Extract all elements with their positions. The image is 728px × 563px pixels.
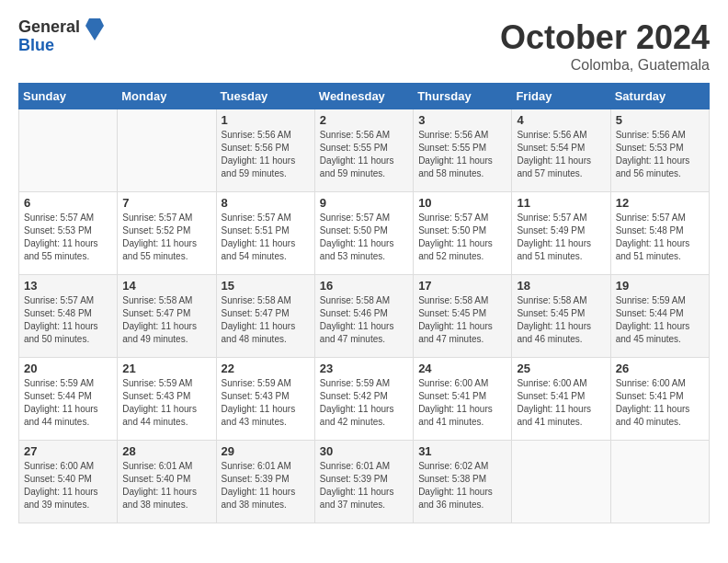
day-number: 11 [517, 196, 605, 210]
day-number: 17 [418, 279, 506, 293]
day-info: Sunrise: 6:02 AMSunset: 5:38 PMDaylight:… [418, 460, 506, 511]
day-info: Sunrise: 5:58 AMSunset: 5:47 PMDaylight:… [122, 294, 210, 346]
day-number: 24 [418, 362, 506, 375]
calendar-cell [512, 441, 610, 523]
calendar-cell: 16Sunrise: 5:58 AMSunset: 5:46 PMDayligh… [314, 275, 413, 358]
day-info: Sunrise: 5:57 AMSunset: 5:51 PMDaylight:… [222, 212, 310, 263]
header-wednesday: Wednesday [314, 84, 413, 109]
calendar-cell: 15Sunrise: 5:58 AMSunset: 5:47 PMDayligh… [216, 275, 314, 358]
calendar-week-5: 27Sunrise: 6:00 AMSunset: 5:40 PMDayligh… [19, 441, 710, 523]
calendar-week-4: 20Sunrise: 5:59 AMSunset: 5:44 PMDayligh… [19, 358, 710, 441]
calendar-table: SundayMondayTuesdayWednesdayThursdayFrid… [18, 83, 710, 523]
day-info: Sunrise: 5:59 AMSunset: 5:43 PMDaylight:… [122, 377, 210, 429]
day-info: Sunrise: 6:00 AMSunset: 5:41 PMDaylight:… [517, 377, 605, 429]
day-number: 27 [24, 444, 112, 458]
calendar-cell: 22Sunrise: 5:59 AMSunset: 5:43 PMDayligh… [216, 358, 314, 441]
calendar-cell: 8Sunrise: 5:57 AMSunset: 5:51 PMDaylight… [216, 192, 314, 275]
day-info: Sunrise: 5:56 AMSunset: 5:54 PMDaylight:… [517, 129, 605, 180]
day-number: 29 [222, 444, 310, 458]
calendar-cell: 21Sunrise: 5:59 AMSunset: 5:43 PMDayligh… [118, 358, 216, 441]
header-tuesday: Tuesday [216, 84, 314, 109]
day-number: 26 [616, 362, 704, 375]
calendar-cell: 25Sunrise: 6:00 AMSunset: 5:41 PMDayligh… [512, 358, 610, 441]
calendar-cell: 13Sunrise: 5:57 AMSunset: 5:48 PMDayligh… [19, 275, 118, 358]
day-info: Sunrise: 5:59 AMSunset: 5:43 PMDaylight:… [222, 377, 310, 429]
calendar-cell: 11Sunrise: 5:57 AMSunset: 5:49 PMDayligh… [512, 192, 610, 275]
calendar-cell: 17Sunrise: 5:58 AMSunset: 5:45 PMDayligh… [414, 275, 512, 358]
logo-icon [85, 18, 104, 40]
day-info: Sunrise: 5:58 AMSunset: 5:45 PMDaylight:… [517, 294, 605, 346]
title-section: October 2024 Colomba, Guatemala [500, 18, 710, 74]
day-info: Sunrise: 5:58 AMSunset: 5:46 PMDaylight:… [320, 294, 408, 346]
day-number: 31 [418, 444, 506, 458]
day-number: 4 [517, 113, 605, 127]
header-saturday: Saturday [610, 84, 709, 109]
calendar-cell: 31Sunrise: 6:02 AMSunset: 5:38 PMDayligh… [414, 441, 512, 523]
day-number: 1 [222, 113, 310, 127]
calendar-cell [19, 109, 118, 192]
logo-general-text: General [18, 18, 80, 37]
calendar-cell: 19Sunrise: 5:59 AMSunset: 5:44 PMDayligh… [610, 275, 709, 358]
day-info: Sunrise: 5:56 AMSunset: 5:56 PMDaylight:… [222, 129, 310, 180]
calendar-cell: 5Sunrise: 5:56 AMSunset: 5:53 PMDaylight… [610, 109, 709, 192]
day-number: 23 [320, 362, 408, 375]
day-info: Sunrise: 5:59 AMSunset: 5:44 PMDaylight:… [616, 294, 704, 346]
day-number: 9 [320, 196, 408, 210]
calendar-cell: 12Sunrise: 5:57 AMSunset: 5:48 PMDayligh… [610, 192, 709, 275]
page-header: General Blue October 2024 Colomba, Guate… [18, 18, 710, 74]
day-number: 30 [320, 444, 408, 458]
calendar-week-1: 1Sunrise: 5:56 AMSunset: 5:56 PMDaylight… [19, 109, 710, 192]
day-number: 22 [222, 362, 310, 375]
calendar-cell: 14Sunrise: 5:58 AMSunset: 5:47 PMDayligh… [118, 275, 216, 358]
logo-blue-text: Blue [18, 37, 80, 55]
calendar-week-3: 13Sunrise: 5:57 AMSunset: 5:48 PMDayligh… [19, 275, 710, 358]
day-number: 10 [418, 196, 506, 210]
day-info: Sunrise: 6:00 AMSunset: 5:41 PMDaylight:… [418, 377, 506, 429]
day-number: 20 [24, 362, 112, 375]
calendar-cell: 24Sunrise: 6:00 AMSunset: 5:41 PMDayligh… [414, 358, 512, 441]
day-number: 16 [320, 279, 408, 293]
day-info: Sunrise: 6:01 AMSunset: 5:39 PMDaylight:… [222, 460, 310, 511]
day-info: Sunrise: 6:00 AMSunset: 5:40 PMDaylight:… [24, 460, 112, 511]
calendar-cell: 4Sunrise: 5:56 AMSunset: 5:54 PMDaylight… [512, 109, 610, 192]
calendar-cell: 2Sunrise: 5:56 AMSunset: 5:55 PMDaylight… [314, 109, 413, 192]
header-sunday: Sunday [19, 84, 118, 109]
calendar-cell: 27Sunrise: 6:00 AMSunset: 5:40 PMDayligh… [19, 441, 118, 523]
day-info: Sunrise: 5:56 AMSunset: 5:55 PMDaylight:… [320, 129, 408, 180]
calendar-cell: 23Sunrise: 5:59 AMSunset: 5:42 PMDayligh… [314, 358, 413, 441]
day-number: 25 [517, 362, 605, 375]
day-number: 6 [24, 196, 112, 210]
calendar-cell: 7Sunrise: 5:57 AMSunset: 5:52 PMDaylight… [118, 192, 216, 275]
calendar-cell [118, 109, 216, 192]
day-number: 7 [122, 196, 210, 210]
day-info: Sunrise: 5:56 AMSunset: 5:55 PMDaylight:… [418, 129, 506, 180]
day-number: 28 [122, 444, 210, 458]
calendar-cell: 10Sunrise: 5:57 AMSunset: 5:50 PMDayligh… [414, 192, 512, 275]
day-number: 5 [616, 113, 704, 127]
logo: General Blue [18, 18, 104, 55]
calendar-cell [610, 441, 709, 523]
calendar-cell: 3Sunrise: 5:56 AMSunset: 5:55 PMDaylight… [414, 109, 512, 192]
calendar-cell: 6Sunrise: 5:57 AMSunset: 5:53 PMDaylight… [19, 192, 118, 275]
day-info: Sunrise: 5:58 AMSunset: 5:47 PMDaylight:… [222, 294, 310, 346]
calendar-cell: 20Sunrise: 5:59 AMSunset: 5:44 PMDayligh… [19, 358, 118, 441]
day-number: 21 [122, 362, 210, 375]
calendar-header-row: SundayMondayTuesdayWednesdayThursdayFrid… [19, 84, 710, 109]
day-info: Sunrise: 5:56 AMSunset: 5:53 PMDaylight:… [616, 129, 704, 180]
calendar-cell: 1Sunrise: 5:56 AMSunset: 5:56 PMDaylight… [216, 109, 314, 192]
day-info: Sunrise: 5:57 AMSunset: 5:52 PMDaylight:… [122, 212, 210, 263]
day-number: 14 [122, 279, 210, 293]
header-monday: Monday [118, 84, 216, 109]
day-number: 18 [517, 279, 605, 293]
calendar-cell: 30Sunrise: 6:01 AMSunset: 5:39 PMDayligh… [314, 441, 413, 523]
day-info: Sunrise: 5:57 AMSunset: 5:49 PMDaylight:… [517, 212, 605, 263]
day-info: Sunrise: 5:59 AMSunset: 5:42 PMDaylight:… [320, 377, 408, 429]
day-number: 15 [222, 279, 310, 293]
day-number: 3 [418, 113, 506, 127]
calendar-cell: 28Sunrise: 6:01 AMSunset: 5:40 PMDayligh… [118, 441, 216, 523]
day-info: Sunrise: 6:01 AMSunset: 5:39 PMDaylight:… [320, 460, 408, 511]
day-info: Sunrise: 5:59 AMSunset: 5:44 PMDaylight:… [24, 377, 112, 429]
day-number: 19 [616, 279, 704, 293]
day-info: Sunrise: 6:00 AMSunset: 5:41 PMDaylight:… [616, 377, 704, 429]
day-number: 12 [616, 196, 704, 210]
